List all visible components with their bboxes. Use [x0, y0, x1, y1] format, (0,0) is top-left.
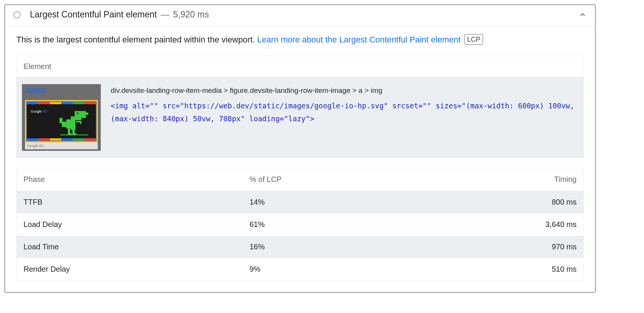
- table-row: TTFB 14% 800 ms: [17, 191, 584, 213]
- phase-cell: TTFB: [17, 191, 243, 213]
- svg-rect-1: [86, 113, 88, 115]
- lcp-audit-panel: Largest Contentful Paint element — 5,920…: [5, 5, 596, 293]
- element-text-block: div.devsite-landing-row-item-media > fig…: [111, 84, 577, 125]
- pct-cell: 9%: [243, 258, 414, 281]
- svg-rect-13: [77, 113, 78, 114]
- timing-cell: 3,640 ms: [414, 213, 584, 236]
- pct-cell: 61%: [243, 213, 414, 236]
- thumb-caption: Google I/O: [25, 142, 98, 149]
- status-circle-icon: [13, 11, 21, 19]
- svg-rect-14: [60, 135, 88, 135]
- audit-body: This is the largest contentful element p…: [5, 27, 595, 292]
- html-snippet: <img alt="" src="https://web.dev/static/…: [111, 99, 577, 125]
- table-row: Load Time 16% 970 ms: [17, 236, 584, 258]
- svg-rect-10: [72, 128, 75, 134]
- phase-cell: Load Time: [17, 236, 243, 258]
- table-row: Load Delay 61% 3,640 ms: [17, 213, 584, 236]
- chevron-up-icon: [578, 11, 587, 19]
- pct-cell: 16%: [243, 236, 414, 258]
- element-card-body: Google I/O: [17, 77, 583, 158]
- audit-description: This is the largest contentful element p…: [16, 34, 584, 46]
- svg-rect-0: [75, 111, 86, 118]
- svg-rect-9: [68, 128, 70, 134]
- lcp-badge: LCP: [464, 34, 483, 45]
- separator: —: [161, 9, 169, 20]
- svg-rect-12: [72, 133, 76, 135]
- audit-metric-value: 5,920 ms: [173, 9, 209, 20]
- thumb-logo: Google I/O: [31, 110, 47, 113]
- learn-more-link[interactable]: Learn more about the Largest Contentful …: [257, 35, 461, 44]
- phase-breakdown-table: Phase % of LCP Timing TTFB 14% 800 ms Lo…: [16, 168, 584, 281]
- svg-rect-2: [75, 118, 81, 120]
- svg-rect-11: [68, 133, 72, 135]
- svg-rect-8: [80, 121, 81, 124]
- col-header-phase: Phase: [17, 168, 243, 191]
- phase-cell: Load Delay: [17, 213, 243, 236]
- pct-cell: 14%: [243, 191, 414, 213]
- svg-rect-4: [66, 119, 72, 128]
- element-card: Element Google I/O: [16, 56, 584, 158]
- svg-rect-6: [59, 118, 63, 123]
- selector-path: div.devsite-landing-row-item-media > fig…: [111, 84, 577, 97]
- element-card-header: Element: [17, 56, 583, 77]
- table-row: Render Delay 9% 510 ms: [17, 258, 584, 281]
- col-header-pct: % of LCP: [243, 168, 414, 191]
- timing-cell: 800 ms: [414, 191, 584, 213]
- element-thumbnail[interactable]: Google I/O: [22, 84, 101, 151]
- description-text: This is the largest contentful element p…: [16, 35, 257, 44]
- col-header-timing: Timing: [414, 168, 584, 191]
- table-header-row: Phase % of LCP Timing: [17, 168, 584, 191]
- audit-header[interactable]: Largest Contentful Paint element — 5,920…: [5, 5, 595, 27]
- svg-rect-5: [62, 122, 67, 127]
- phase-cell: Render Delay: [17, 258, 243, 281]
- timing-cell: 510 ms: [414, 258, 584, 281]
- dino-icon: [59, 111, 89, 135]
- audit-title: Largest Contentful Paint element: [30, 9, 157, 20]
- timing-cell: 970 ms: [414, 236, 584, 258]
